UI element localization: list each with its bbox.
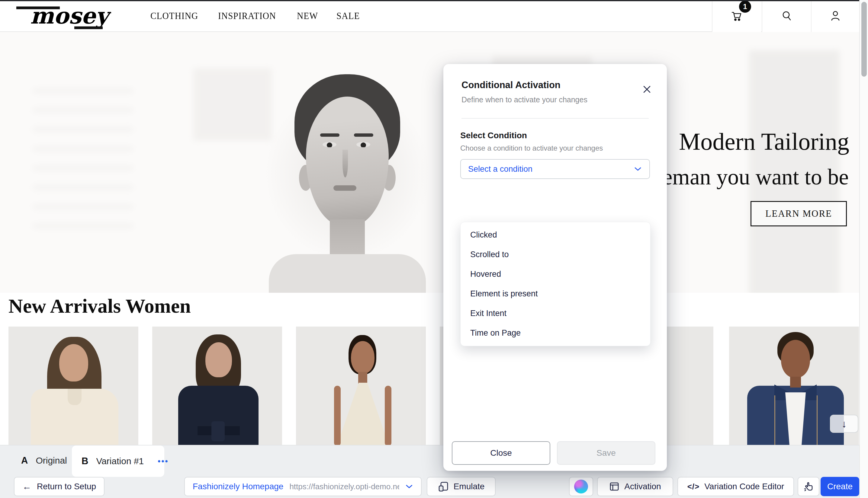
nav-item-clothing[interactable]: CLOTHING: [150, 11, 198, 22]
main-nav: CLOTHING INSPIRATION NEW SALE: [150, 0, 361, 32]
modal-body: Select Condition Choose a condition to a…: [443, 119, 667, 179]
product-photo: [296, 327, 426, 446]
product-photo: [152, 327, 282, 446]
option-hovered[interactable]: Hovered: [461, 264, 650, 284]
code-icon: </>: [687, 482, 700, 492]
scrollbar-thumb[interactable]: [861, 2, 867, 77]
option-element-is-present[interactable]: Element is present: [461, 284, 650, 304]
scroll-down-button[interactable]: ↓: [830, 415, 858, 433]
emulate-label: Emulate: [454, 482, 485, 492]
scrollbar-track[interactable]: [859, 0, 868, 498]
tab-menu-dots-icon[interactable]: •••: [158, 457, 168, 466]
modal-header: Conditional Activation Define when to ac…: [443, 64, 667, 119]
back-arrow-icon: ←: [22, 482, 31, 491]
option-scrolled-to[interactable]: Scrolled to: [461, 245, 650, 264]
devices-icon: [438, 481, 449, 492]
nav-item-new[interactable]: NEW: [297, 11, 318, 22]
condition-options-dropdown: Clicked Scrolled to Hovered Element is p…: [460, 222, 651, 346]
return-to-setup-button[interactable]: ← Return to Setup: [14, 477, 104, 496]
site-header: mosey CLOTHING INSPIRATION NEW SALE 1: [0, 0, 859, 32]
hero-section: Modern Tailoring leman you want to be LE…: [0, 32, 859, 293]
cart-icon: [731, 10, 743, 22]
down-arrow-icon: ↓: [842, 418, 847, 430]
select-condition-title: Select Condition: [460, 131, 650, 140]
search-button[interactable]: [762, 0, 811, 32]
cart-button[interactable]: 1: [712, 0, 761, 32]
hero-model-photo: [266, 74, 429, 293]
select-condition-subtitle: Choose a condition to activate your chan…: [460, 144, 650, 153]
hero-tagline: leman you want to be: [656, 164, 849, 190]
activation-label: Activation: [624, 482, 661, 492]
condition-select[interactable]: Select a condition: [460, 159, 650, 179]
product-card[interactable]: [152, 327, 282, 446]
tab-letter: B: [81, 456, 88, 467]
nav-item-sale[interactable]: SALE: [336, 11, 360, 22]
option-exit-intent[interactable]: Exit Intent: [461, 304, 650, 323]
cart-badge: 1: [739, 1, 751, 13]
hero-title: Modern Tailoring: [679, 128, 849, 155]
page-name: Fashionizely Homepage: [193, 482, 283, 492]
viewport-top-line: [0, 0, 859, 1]
tab-label: Original: [36, 456, 67, 466]
product-photo: [9, 327, 138, 446]
conditional-activation-modal: Conditional Activation Define when to ac…: [443, 64, 667, 471]
modal-subtitle: Define when to activate your changes: [461, 95, 649, 104]
modal-footer: Close Save: [443, 441, 667, 465]
app-root: mosey CLOTHING INSPIRATION NEW SALE 1: [0, 0, 868, 498]
nav-item-inspiration[interactable]: INSPIRATION: [218, 11, 276, 22]
tab-letter: A: [21, 455, 28, 466]
hand-click-icon: [803, 481, 814, 492]
option-clicked[interactable]: Clicked: [461, 225, 650, 245]
interact-mode-button[interactable]: [797, 477, 819, 496]
create-label: Create: [827, 482, 853, 492]
editor-bottom-bar: A Original B Variation #1 ••• ← Return t…: [0, 445, 859, 498]
tab-label: Variation #1: [96, 456, 144, 466]
activation-button[interactable]: Activation: [597, 477, 673, 496]
assistant-orb-button[interactable]: [569, 477, 593, 496]
layout-icon: [609, 481, 620, 492]
section-heading-new-arrivals: New Arrivals Women: [9, 294, 191, 317]
product-card[interactable]: [296, 327, 426, 446]
assistant-orb-icon: [574, 480, 588, 494]
tab-original[interactable]: A Original: [14, 445, 71, 476]
chevron-down-icon: [405, 484, 413, 489]
product-card[interactable]: [9, 327, 138, 446]
condition-select-value: Select a condition: [468, 165, 533, 174]
page-url: https://fashionizely.opti-demo.ne: [289, 482, 399, 492]
search-icon: [781, 10, 793, 22]
chevron-down-icon: [634, 166, 642, 172]
person-icon: [829, 10, 841, 22]
learn-more-button[interactable]: LEARN MORE: [751, 201, 847, 226]
close-icon[interactable]: [641, 84, 652, 95]
tab-variation-1[interactable]: B Variation #1 •••: [72, 445, 164, 477]
return-to-setup-label: Return to Setup: [37, 482, 96, 492]
logo-text: mosey: [30, 3, 111, 29]
option-time-on-page[interactable]: Time on Page: [461, 323, 650, 343]
emulate-button[interactable]: Emulate: [427, 477, 496, 496]
account-button[interactable]: [811, 0, 859, 32]
hero-bg-blur: [33, 89, 133, 234]
variation-code-editor-label: Variation Code Editor: [704, 482, 784, 492]
site-logo[interactable]: mosey: [14, 1, 111, 31]
page-selector[interactable]: Fashionizely Homepage https://fashionize…: [184, 477, 422, 496]
modal-save-button[interactable]: Save: [557, 441, 655, 465]
modal-title: Conditional Activation: [461, 80, 649, 91]
modal-close-button[interactable]: Close: [452, 441, 550, 465]
variation-code-editor-button[interactable]: </> Variation Code Editor: [677, 477, 794, 496]
create-button[interactable]: Create: [820, 477, 859, 496]
